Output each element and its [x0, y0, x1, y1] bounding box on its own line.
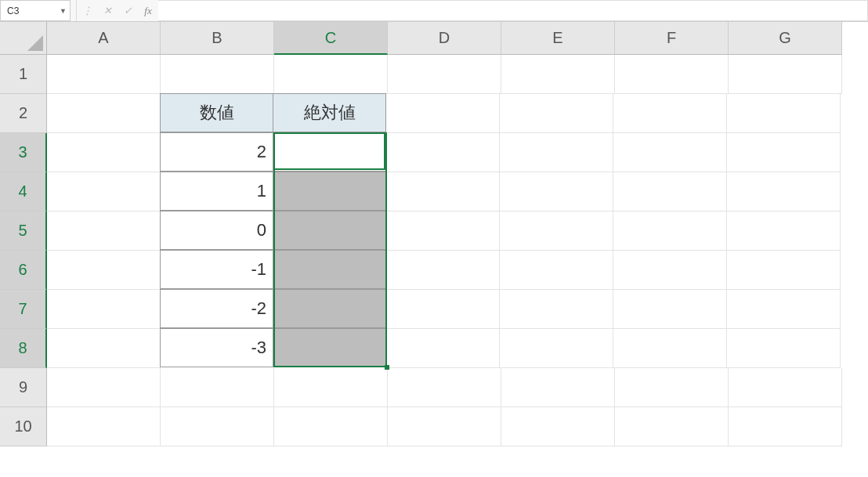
cell-G10[interactable] — [729, 407, 842, 446]
column-header-D[interactable]: D — [388, 22, 501, 55]
cell-E10[interactable] — [501, 407, 615, 446]
cell-D1[interactable] — [388, 55, 501, 94]
cell-C7[interactable] — [273, 289, 386, 328]
cell-B3[interactable]: 2 — [160, 132, 273, 172]
cell-A8[interactable] — [47, 329, 161, 368]
cell-F7[interactable] — [613, 290, 727, 329]
cell-C10[interactable] — [274, 407, 388, 446]
row-header-1[interactable]: 1 — [0, 55, 47, 94]
cell-A6[interactable] — [47, 251, 161, 290]
cell-F4[interactable] — [613, 172, 727, 211]
cell-F3[interactable] — [613, 133, 727, 172]
grid[interactable]: 数値絶対値210-1-2-3 — [47, 55, 842, 446]
cell-F9[interactable] — [615, 368, 729, 407]
select-all-corner[interactable] — [0, 22, 47, 55]
cell-B2[interactable]: 数値 — [160, 93, 273, 132]
cell-C1[interactable] — [274, 55, 388, 94]
cell-B8[interactable]: -3 — [160, 328, 273, 367]
cell-G4[interactable] — [727, 172, 841, 211]
column-header-B[interactable]: B — [161, 22, 274, 55]
cell-B5[interactable]: 0 — [160, 211, 273, 250]
cell-D6[interactable] — [386, 251, 500, 290]
cell-C6[interactable] — [273, 250, 386, 289]
cell-F10[interactable] — [615, 407, 729, 446]
cell-D3[interactable] — [386, 133, 500, 172]
cell-F2[interactable] — [613, 94, 727, 133]
cell-C5[interactable] — [273, 211, 386, 250]
enter-icon: ✓ — [118, 0, 138, 21]
cell-G8[interactable] — [727, 329, 841, 368]
cell-G2[interactable] — [727, 94, 841, 133]
formula-bar: C3 ▼ ⋮ ✕ ✓ fx — [0, 0, 868, 22]
cancel-icon: ✕ — [97, 0, 118, 21]
row-header-9[interactable]: 9 — [0, 368, 47, 407]
formula-input[interactable] — [158, 0, 868, 21]
cell-E1[interactable] — [501, 55, 615, 94]
cell-E8[interactable] — [500, 329, 613, 368]
cell-D10[interactable] — [388, 407, 501, 446]
cell-A7[interactable] — [47, 290, 161, 329]
cell-A2[interactable] — [47, 94, 161, 133]
cell-D4[interactable] — [386, 172, 500, 211]
row-header-4[interactable]: 4 — [0, 172, 47, 211]
cell-F6[interactable] — [613, 251, 727, 290]
cell-D2[interactable] — [386, 94, 500, 133]
more-icon[interactable]: ⋮ — [77, 0, 97, 21]
fx-icon[interactable]: fx — [138, 0, 158, 21]
cell-C4[interactable] — [273, 172, 386, 211]
cell-C3[interactable] — [273, 132, 386, 172]
row-header-8[interactable]: 8 — [0, 329, 47, 368]
row-header-2[interactable]: 2 — [0, 94, 47, 133]
cell-E2[interactable] — [500, 94, 613, 133]
cell-D5[interactable] — [386, 211, 500, 251]
name-box-value: C3 — [7, 5, 19, 16]
cell-B4[interactable]: 1 — [160, 172, 273, 211]
column-header-A[interactable]: A — [47, 22, 161, 55]
column-header-G[interactable]: G — [729, 22, 842, 55]
cell-A9[interactable] — [47, 368, 161, 407]
row-header-6[interactable]: 6 — [0, 251, 47, 290]
cell-A1[interactable] — [47, 55, 161, 94]
cell-G1[interactable] — [729, 55, 842, 94]
cell-G5[interactable] — [727, 211, 841, 251]
row-header-10[interactable]: 10 — [0, 407, 47, 446]
cell-B10[interactable] — [161, 407, 274, 446]
cell-D7[interactable] — [386, 290, 500, 329]
cell-G7[interactable] — [727, 290, 841, 329]
cell-A4[interactable] — [47, 172, 161, 211]
cell-D8[interactable] — [386, 329, 500, 368]
cell-C9[interactable] — [274, 368, 388, 407]
cell-B6[interactable]: -1 — [160, 250, 273, 289]
cell-B1[interactable] — [161, 55, 274, 94]
dropdown-icon[interactable]: ▼ — [60, 7, 67, 15]
cell-B9[interactable] — [161, 368, 274, 407]
column-header-C[interactable]: C — [274, 22, 388, 55]
cell-E9[interactable] — [501, 368, 615, 407]
name-box[interactable]: C3 ▼ — [0, 0, 71, 21]
cell-F8[interactable] — [613, 329, 727, 368]
column-headers: ABCDEFG — [47, 22, 842, 55]
cell-D9[interactable] — [388, 368, 501, 407]
cell-F1[interactable] — [615, 55, 729, 94]
row-header-5[interactable]: 5 — [0, 211, 47, 251]
cell-E4[interactable] — [500, 172, 613, 211]
cell-G6[interactable] — [727, 251, 841, 290]
cell-F5[interactable] — [613, 211, 727, 251]
cell-C8[interactable] — [273, 328, 386, 367]
cell-G9[interactable] — [729, 368, 842, 407]
cell-B7[interactable]: -2 — [160, 289, 273, 328]
cell-E5[interactable] — [500, 211, 613, 251]
cell-A10[interactable] — [47, 407, 161, 446]
row-header-7[interactable]: 7 — [0, 290, 47, 329]
cell-C2[interactable]: 絶対値 — [273, 93, 386, 132]
cell-G3[interactable] — [727, 133, 841, 172]
row-headers: 12345678910 — [0, 55, 47, 446]
cell-A5[interactable] — [47, 211, 161, 251]
cell-A3[interactable] — [47, 133, 161, 172]
cell-E7[interactable] — [500, 290, 613, 329]
cell-E3[interactable] — [500, 133, 613, 172]
cell-E6[interactable] — [500, 251, 613, 290]
column-header-E[interactable]: E — [501, 22, 615, 55]
column-header-F[interactable]: F — [615, 22, 729, 55]
row-header-3[interactable]: 3 — [0, 133, 47, 172]
